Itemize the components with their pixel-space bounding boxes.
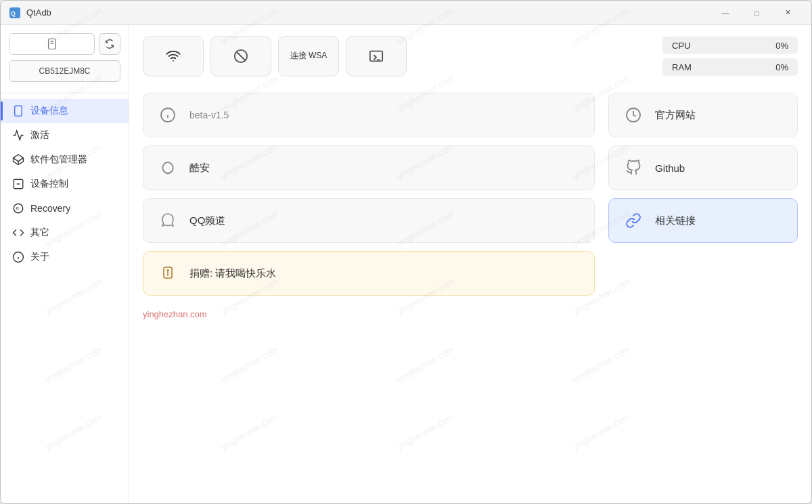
ram-stat: RAM 0% (662, 58, 798, 76)
connect-wsa-button[interactable]: 连接 WSA (278, 36, 339, 76)
card-coolapk[interactable]: 酷安 (143, 145, 595, 190)
left-cards: beta-v1.5 酷安 (143, 93, 595, 296)
watermark-label: yinghezhan.com (143, 309, 798, 319)
links-text: 相关链接 (655, 214, 696, 227)
card-version[interactable]: beta-v1.5 (143, 93, 595, 137)
app-title: QtAdb (26, 7, 710, 18)
titlebar: Q QtAdb — □ ✕ (1, 1, 811, 25)
sidebar-item-activate[interactable]: 激活 (1, 123, 129, 147)
official-text: 官方网站 (655, 109, 696, 122)
phone-icon (12, 105, 25, 117)
device-section: CB512EJM8C (1, 33, 129, 93)
sidebar-label-control: 设备控制 (30, 178, 68, 190)
coolapk-icon (156, 156, 180, 180)
cpu-label: CPU (672, 41, 769, 51)
package-icon (12, 154, 25, 166)
qq-text: QQ频道 (189, 214, 225, 227)
wifi-button[interactable] (143, 36, 204, 76)
right-cards: 官方网站 Github (608, 93, 798, 296)
app-icon: Q (9, 7, 21, 19)
device-serial[interactable]: CB512EJM8C (9, 60, 120, 82)
coolapk-text: 酷安 (189, 162, 210, 175)
sidebar-item-device-info[interactable]: 设备信息 (1, 99, 129, 123)
disconnect-button[interactable] (210, 36, 271, 76)
github-text: Github (655, 162, 685, 174)
terminal-button[interactable] (346, 36, 407, 76)
card-links[interactable]: 相关链接 (608, 198, 798, 243)
card-qq[interactable]: QQ频道 (143, 198, 595, 243)
close-button[interactable]: ✕ (772, 1, 803, 25)
info-icon (12, 251, 25, 263)
sidebar-label-activate: 激活 (30, 129, 49, 141)
svg-line-17 (236, 51, 245, 60)
card-github[interactable]: Github (608, 145, 798, 190)
stats-panel: CPU 0% RAM 0% (662, 37, 798, 76)
github-icon (621, 156, 646, 180)
sidebar-item-recovery[interactable]: R Recovery (1, 196, 129, 221)
version-text: beta-v1.5 (189, 110, 229, 120)
sidebar-label-package: 软件包管理器 (30, 154, 87, 166)
ram-label: RAM (672, 62, 769, 72)
maximize-button[interactable]: □ (741, 1, 772, 25)
sidebar-item-about[interactable]: 关于 (1, 245, 129, 269)
link-icon (621, 208, 646, 233)
control-icon (12, 178, 25, 190)
donate-icon (156, 261, 180, 285)
activate-icon (12, 129, 25, 141)
svg-text:Q: Q (11, 10, 16, 17)
cpu-value: 0% (775, 41, 788, 51)
refresh-button[interactable] (99, 33, 120, 55)
toolbar: 连接 WSA CPU 0% (143, 36, 798, 76)
sidebar-label-recovery: Recovery (30, 203, 70, 214)
main-panel: 连接 WSA CPU 0% (129, 25, 811, 503)
info-circle-icon (156, 103, 180, 127)
sidebar-label-device-info: 设备信息 (30, 105, 68, 117)
svg-text:R: R (16, 206, 19, 211)
code-icon (12, 227, 25, 239)
sidebar-label-other: 其它 (30, 227, 49, 239)
device-selector[interactable] (9, 33, 95, 55)
window-controls: — □ ✕ (710, 1, 803, 25)
minimize-button[interactable]: — (710, 1, 741, 25)
svg-rect-18 (370, 51, 382, 62)
sidebar-item-other[interactable]: 其它 (1, 221, 129, 245)
sidebar-label-about: 关于 (30, 251, 49, 263)
svg-rect-2 (48, 39, 55, 49)
card-official[interactable]: 官方网站 (608, 93, 798, 137)
sidebar: CB512EJM8C 设备信息 激活 (1, 25, 129, 503)
cpu-stat: CPU 0% (662, 37, 798, 54)
svg-rect-5 (15, 106, 22, 116)
qq-icon (156, 208, 180, 233)
ram-value: 0% (775, 62, 788, 72)
donate-text: 捐赠: 请我喝快乐水 (189, 267, 276, 280)
clock-icon (621, 103, 646, 127)
sidebar-item-control[interactable]: 设备控制 (1, 172, 129, 196)
sidebar-item-package[interactable]: 软件包管理器 (1, 147, 129, 172)
cards-section: beta-v1.5 酷安 (143, 93, 798, 296)
card-donate[interactable]: 捐赠: 请我喝快乐水 (143, 251, 595, 296)
recovery-icon: R (12, 202, 25, 214)
